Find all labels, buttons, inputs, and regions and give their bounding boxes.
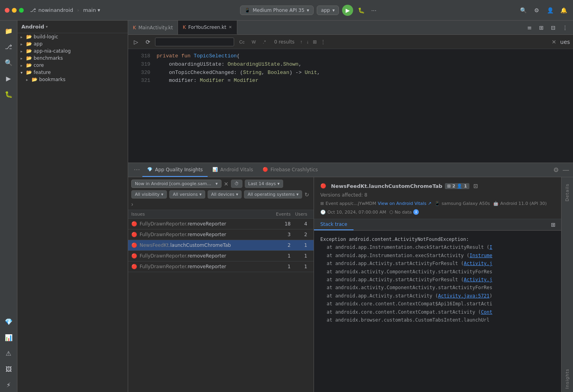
versions-filter[interactable]: All versions bbox=[169, 190, 205, 199]
android-icon: 🤖 bbox=[493, 201, 499, 206]
issue-row-2[interactable]: 🔴 NewsFeedKt.launchCustomChromeTab 2 1 bbox=[128, 240, 314, 251]
sidebar-icon-gem[interactable]: 💎 bbox=[2, 314, 16, 329]
code-editor[interactable]: 318 private fun TopicSelection( 319 onbo… bbox=[128, 49, 573, 163]
sidebar-icon-warning[interactable]: ⚠ bbox=[2, 346, 16, 360]
search-icon[interactable]: ⟳ bbox=[143, 37, 153, 47]
profile-icon[interactable]: 👤 bbox=[545, 6, 555, 15]
folder-icon: 📂 bbox=[26, 70, 32, 75]
app-selector[interactable]: app bbox=[317, 6, 339, 15]
minimize-button[interactable] bbox=[12, 8, 17, 13]
stack-trace[interactable]: Exception android.content.ActivityNotFou… bbox=[314, 231, 561, 392]
tab-stack-trace[interactable]: Stack trace bbox=[314, 219, 354, 230]
stack-link-4[interactable]: Activity.j bbox=[464, 277, 492, 282]
tree-item-benchmarks[interactable]: 📂 benchmarks bbox=[17, 55, 128, 62]
stack-link-1[interactable]: Instrume bbox=[469, 253, 492, 258]
tab-mainactivity[interactable]: K MainActivity.kt bbox=[128, 21, 178, 34]
insights-label[interactable]: Insights bbox=[565, 365, 570, 392]
settings-icon[interactable]: ⚙ bbox=[532, 6, 541, 15]
link-icon: ⬡ bbox=[389, 210, 393, 215]
editor-more-icon[interactable]: ⋮ bbox=[560, 23, 570, 32]
search-everywhere-icon[interactable]: 🔍 bbox=[518, 6, 528, 15]
refresh-btn[interactable]: ↻ bbox=[304, 191, 309, 198]
search-close-button[interactable]: ✕ bbox=[552, 39, 556, 45]
visibility-filter[interactable]: All visibility bbox=[131, 190, 167, 199]
sidebar-icon-debug[interactable]: 🐛 bbox=[2, 87, 16, 101]
more-button[interactable]: ⋯ bbox=[369, 6, 378, 15]
tab-firebase-crashlytics[interactable]: 🔴 Firebase Crashlytics bbox=[258, 163, 323, 177]
notifications-icon[interactable]: 🔔 bbox=[559, 6, 568, 15]
sidebar-icon-vcs[interactable]: ⎇ bbox=[2, 40, 16, 54]
tree-item-app-nia-catalog[interactable]: 📂 app-nia-catalog bbox=[17, 47, 128, 55]
panel-minimize-btn[interactable]: — bbox=[562, 166, 570, 174]
tree-item-feature[interactable]: ▾ 📂 feature bbox=[17, 69, 128, 76]
issue-row-1[interactable]: 🔴 FullyDrawnReporter.removeReporter 3 2 bbox=[128, 229, 314, 240]
editor-menu-icon[interactable]: ≡ bbox=[525, 23, 534, 32]
meta-android-version: 🤖 Android 11.0 (API 30) bbox=[493, 201, 547, 206]
live-filter-icon[interactable]: ⏱ bbox=[231, 180, 242, 188]
detail-expand-btn[interactable]: ⊡ bbox=[471, 181, 480, 191]
editor-split-icon[interactable]: ⊞ bbox=[537, 23, 546, 32]
editor-split-vert-icon[interactable]: ⊟ bbox=[548, 23, 558, 32]
case-sensitive-btn[interactable]: Cc bbox=[236, 38, 247, 45]
sidebar-icon-run[interactable]: ▶ bbox=[2, 71, 16, 85]
app-selector-dropdown[interactable]: Now in Android [com.google.samples.apps.… bbox=[131, 180, 221, 188]
tree-items: 📂 build-logic 📂 app 📂 app-nia-catalog 📂 … bbox=[17, 33, 128, 392]
detail-filter-icon[interactable]: ⊞ bbox=[548, 220, 558, 229]
debug-button[interactable]: 🐛 bbox=[356, 6, 366, 15]
sidebar-icon-image[interactable]: 🖼 bbox=[2, 362, 16, 376]
details-label[interactable]: Details bbox=[565, 180, 570, 205]
tree-item-core[interactable]: 📂 core bbox=[17, 62, 128, 69]
fullscreen-button[interactable] bbox=[19, 8, 24, 13]
tree-item-app[interactable]: 📂 app bbox=[17, 40, 128, 47]
stack-line-6: at android.app.Activity.startActivity (A… bbox=[320, 292, 555, 300]
stack-link-0[interactable]: I bbox=[490, 244, 492, 250]
right-sidebar: Details Insights bbox=[561, 177, 573, 392]
search-right-panel-icon[interactable]: ues bbox=[560, 37, 570, 47]
stack-link-8[interactable]: Cont bbox=[481, 309, 492, 315]
stack-link-6[interactable]: Activity.java:5721 bbox=[438, 293, 490, 299]
sidebar-icon-chart[interactable]: 📊 bbox=[2, 330, 16, 345]
panel-tab-more[interactable]: ⋯ bbox=[131, 163, 142, 177]
titlebar-center: 📱 Medium Phone API 35 app ▶ 🐛 ⋯ bbox=[103, 5, 515, 16]
panel-settings-btn[interactable]: ⚙ bbox=[552, 165, 560, 174]
tab-close-button[interactable]: ✕ bbox=[229, 25, 232, 29]
device-selector[interactable]: 📱 Medium Phone API 35 bbox=[240, 6, 314, 15]
project-name[interactable]: ⎇ nowinandroid › main bbox=[30, 7, 100, 13]
os-filter[interactable]: All operating systems bbox=[244, 190, 302, 199]
search-input[interactable] bbox=[155, 38, 234, 46]
tab-android-vitals[interactable]: 📊 Android Vitals bbox=[208, 163, 258, 177]
gem-icon: 💎 bbox=[147, 167, 153, 172]
stack-link-2[interactable]: Activity.j bbox=[464, 261, 492, 266]
tab-app-quality-insights[interactable]: 💎 App Quality Insights bbox=[142, 163, 208, 177]
close-button[interactable] bbox=[5, 8, 9, 13]
traffic-lights[interactable] bbox=[5, 8, 24, 13]
view-android-vitals-link[interactable]: View on Android Vitals ↗ bbox=[378, 201, 431, 206]
sidebar-icon-project[interactable]: 📁 bbox=[2, 24, 16, 38]
tree-item-build-logic[interactable]: 📂 build-logic bbox=[17, 33, 128, 40]
search-expand-icon[interactable]: ▷ bbox=[131, 37, 141, 47]
file-tree-header[interactable]: Android bbox=[17, 21, 128, 33]
sidebar-icon-search[interactable]: 🔍 bbox=[2, 55, 16, 70]
tab-foryouscreen[interactable]: K ForYouScreen.kt ✕ bbox=[178, 21, 237, 34]
stack-line-2: at android.app.Activity.startActivityFor… bbox=[320, 259, 555, 267]
whole-word-btn[interactable]: W bbox=[249, 38, 258, 45]
clear-filter-btn[interactable]: ✕ bbox=[224, 181, 229, 187]
branch-selector[interactable]: main bbox=[83, 7, 100, 13]
sidebar-icon-settings2[interactable]: ⚡ bbox=[2, 378, 16, 392]
issue-row-4[interactable]: 🔴 FullyDrawnReporter.removeReporter 1 1 bbox=[128, 261, 314, 272]
search-next-btn[interactable]: ↓ bbox=[305, 38, 310, 45]
regex-btn[interactable]: .* bbox=[260, 38, 269, 45]
devices-filter[interactable]: All devices bbox=[208, 190, 242, 199]
info-icon[interactable]: i bbox=[413, 209, 419, 215]
search-prev-btn[interactable]: ↑ bbox=[299, 38, 304, 45]
search-more-btn[interactable]: ⋮ bbox=[319, 38, 327, 45]
run-button[interactable]: ▶ bbox=[342, 5, 353, 16]
issue-row-3[interactable]: 🔴 FullyDrawnReporter.removeReporter 1 1 bbox=[128, 251, 314, 261]
sidebar-icons: 📁 ⎇ 🔍 ▶ 🐛 💎 📊 ⚠ 🖼 ⚡ bbox=[0, 21, 17, 392]
expand-right-btn[interactable]: › bbox=[131, 201, 133, 207]
issue-row-0[interactable]: 🔴 FullyDrawnReporter.removeReporter 18 4 bbox=[128, 219, 314, 229]
tree-item-bookmarks[interactable]: 📂 bookmarks bbox=[17, 76, 128, 83]
date-filter[interactable]: Last 14 days bbox=[245, 180, 283, 188]
search-filter-btn[interactable]: ⊞ bbox=[311, 38, 318, 45]
issue-events: 3 bbox=[267, 232, 291, 237]
